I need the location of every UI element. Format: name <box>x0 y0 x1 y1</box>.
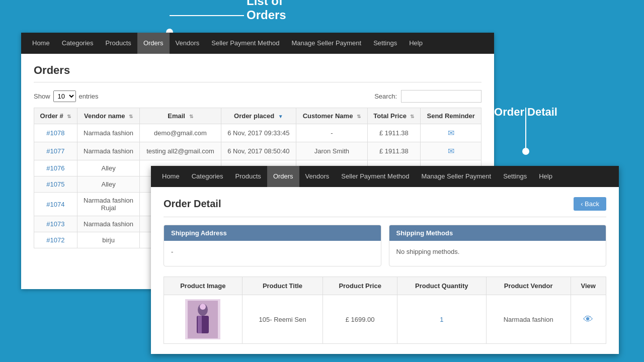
col-product-price: Product Price <box>323 277 397 295</box>
product-image <box>185 299 220 339</box>
shipping-methods-body: No shipping methods. <box>389 241 606 266</box>
detail-nav-manage-seller[interactable]: Manage Seller Payment <box>415 166 497 187</box>
table-row: #1077 Narmada fashion testing all2@gmail… <box>34 142 481 160</box>
order-detail-content: Order Detail ‹ Back Shipping Address - S… <box>151 187 619 354</box>
search-label: Search: <box>374 93 397 100</box>
col-product-vendor: Product Vendor <box>486 277 571 295</box>
product-vendor-cell: Narmada fashion <box>486 295 571 344</box>
nav-categories[interactable]: Categories <box>56 33 100 54</box>
table-toolbar: Show 10 25 50 entries Search: <box>34 90 481 103</box>
col-vendor-name: Vendor name ⇅ <box>77 108 139 124</box>
product-title-cell: 105- Reemi Sen <box>242 295 323 344</box>
detail-nav-categories[interactable]: Categories <box>186 166 229 187</box>
detail-nav-seller-payment[interactable]: Seller Payment Method <box>335 166 415 187</box>
order-link[interactable]: #1073 <box>46 220 64 228</box>
product-table: Product Image Product Title Product Pric… <box>164 277 606 344</box>
product-quantity-cell: 1 <box>397 295 486 344</box>
vendor-cell: Narmada fashion <box>77 216 139 232</box>
shipping-address-body: - <box>164 241 381 266</box>
order-link[interactable]: #1077 <box>46 147 64 155</box>
annotation-order-detail-label: Order Detail <box>494 106 557 119</box>
order-link[interactable]: #1075 <box>46 180 64 188</box>
col-order-num: Order # ⇅ <box>34 108 77 124</box>
order-detail-header: Order Detail ‹ Back <box>164 197 606 217</box>
shipping-methods-header: Shipping Methods <box>389 225 606 241</box>
order-link[interactable]: #1078 <box>46 129 64 137</box>
vendor-cell: Narmada fashion <box>77 124 139 142</box>
col-product-image: Product Image <box>164 277 243 295</box>
order-detail-title: Order Detail <box>164 198 221 210</box>
email-icon[interactable]: ✉ <box>448 129 454 137</box>
search-input[interactable] <box>401 90 481 103</box>
nav-settings[interactable]: Settings <box>367 33 403 54</box>
vendor-cell: Alley <box>77 176 139 193</box>
order-link[interactable]: #1072 <box>46 236 64 244</box>
shipping-methods-box: Shipping Methods No shipping methods. <box>389 225 607 266</box>
col-total-price: Total Price ⇅ <box>367 108 421 124</box>
nav-products[interactable]: Products <box>100 33 137 54</box>
shipping-address-header: Shipping Address <box>164 225 381 241</box>
product-view-cell: 👁 <box>571 295 606 344</box>
table-row: #1078 Narmada fashion demo@gmail.com 6 N… <box>34 124 481 142</box>
col-view: View <box>571 277 606 295</box>
search-control: Search: <box>374 90 481 103</box>
nav-help[interactable]: Help <box>403 33 429 54</box>
detail-nav-settings[interactable]: Settings <box>497 166 533 187</box>
nav-manage-seller[interactable]: Manage Seller Payment <box>285 33 367 54</box>
order-link[interactable]: #1074 <box>46 201 64 208</box>
placed-cell: 6 Nov, 2017 09:33:45 <box>221 124 296 142</box>
show-entries-control: Show 10 25 50 entries <box>34 90 99 102</box>
svg-point-4 <box>200 304 206 310</box>
shipping-row: Shipping Address - Shipping Methods No s… <box>164 225 606 266</box>
email-cell: demo@gmail.com <box>140 124 221 142</box>
vendor-cell: Alley <box>77 160 139 176</box>
product-row: 105- Reemi Sen £ 1699.00 1 Narmada fashi… <box>164 295 606 344</box>
product-image-cell <box>164 295 243 344</box>
vendor-cell: Narmada fashion <box>77 142 139 160</box>
detail-nav-help[interactable]: Help <box>533 166 558 187</box>
detail-nav-vendors[interactable]: Vendors <box>299 166 336 187</box>
page-title: Orders <box>34 64 481 82</box>
col-email: Email ⇅ <box>140 108 221 124</box>
email-icon[interactable]: ✉ <box>448 147 454 155</box>
col-product-title: Product Title <box>242 277 323 295</box>
show-label: Show <box>34 93 50 100</box>
entries-label: entries <box>79 93 99 100</box>
customer-cell: Jaron Smith <box>296 142 367 160</box>
col-customer-name: Customer Name ⇅ <box>296 108 367 124</box>
view-icon[interactable]: 👁 <box>583 314 593 325</box>
customer-cell: - <box>296 124 367 142</box>
nav-vendors[interactable]: Vendors <box>170 33 206 54</box>
reminder-cell: ✉ <box>421 124 481 142</box>
nav-seller-payment[interactable]: Seller Payment Method <box>205 33 285 54</box>
detail-nav-products[interactable]: Products <box>229 166 267 187</box>
svg-rect-3 <box>198 316 202 333</box>
detail-nav-orders[interactable]: Orders <box>267 166 299 187</box>
total-cell: £ 1911.38 <box>367 142 421 160</box>
detail-nav-home[interactable]: Home <box>156 166 186 187</box>
col-send-reminder: Send Reminder <box>421 108 481 124</box>
nav-orders[interactable]: Orders <box>137 33 170 54</box>
shipping-address-box: Shipping Address - <box>164 225 381 266</box>
product-price-cell: £ 1699.00 <box>323 295 397 344</box>
detail-navbar: Home Categories Products Orders Vendors … <box>151 166 619 187</box>
annotation-order-detail-container: Order Detail <box>522 106 529 155</box>
back-button[interactable]: ‹ Back <box>574 197 606 211</box>
vendor-cell: birju <box>77 232 139 248</box>
nav-home[interactable]: Home <box>26 33 56 54</box>
order-link[interactable]: #1076 <box>46 164 64 172</box>
email-cell: testing all2@gmail.com <box>140 142 221 160</box>
entries-select[interactable]: 10 25 50 <box>53 90 76 102</box>
annotation-list-of-orders-label: List of Orders <box>247 0 286 22</box>
reminder-cell: ✉ <box>421 142 481 160</box>
total-cell: £ 1911.38 <box>367 124 421 142</box>
order-detail-window: Home Categories Products Orders Vendors … <box>151 166 619 354</box>
vendor-cell: Narmada fashionRujal <box>77 193 139 216</box>
placed-cell: 6 Nov, 2017 08:50:40 <box>221 142 296 160</box>
col-order-placed: Order placed ▼ <box>221 108 296 124</box>
col-product-quantity: Product Quantity <box>397 277 486 295</box>
main-navbar: Home Categories Products Orders Vendors … <box>21 33 494 54</box>
